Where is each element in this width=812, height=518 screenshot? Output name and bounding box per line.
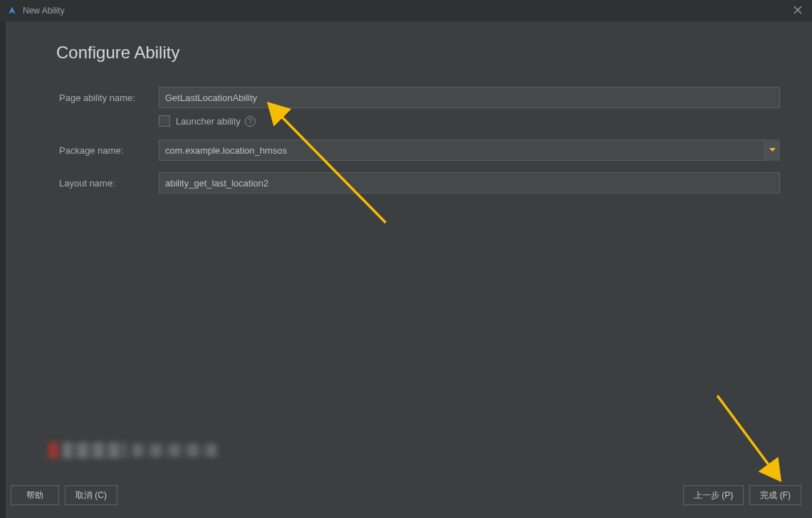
- finish-button[interactable]: 完成 (F): [749, 485, 801, 505]
- close-icon[interactable]: [791, 2, 805, 19]
- package-name-input[interactable]: [159, 139, 780, 161]
- left-edge-shadow: [0, 21, 6, 518]
- label-package-name: Package name:: [59, 145, 159, 156]
- window-title: New Ability: [23, 6, 65, 16]
- footer: 帮助 取消 (C) 上一步 (P) 完成 (F): [11, 482, 801, 508]
- layout-name-input[interactable]: [159, 172, 780, 194]
- label-launcher-ability: Launcher ability: [176, 116, 241, 127]
- package-name-select[interactable]: [159, 139, 780, 161]
- blurred-region: [48, 438, 226, 462]
- page-ability-name-input[interactable]: [159, 87, 780, 108]
- row-page-ability-name: Page ability name:: [59, 87, 780, 108]
- dialog-body: Configure Ability Page ability name: Lau…: [11, 21, 801, 475]
- help-icon[interactable]: ?: [245, 116, 255, 127]
- page-title: Configure Ability: [56, 43, 780, 63]
- cancel-button[interactable]: 取消 (C): [65, 485, 117, 505]
- label-page-ability-name: Page ability name:: [59, 92, 159, 103]
- app-logo-icon: [7, 6, 17, 16]
- row-layout-name: Layout name:: [59, 172, 780, 194]
- help-button[interactable]: 帮助: [11, 485, 59, 505]
- launcher-ability-checkbox[interactable]: [159, 115, 170, 127]
- row-package-name: Package name:: [59, 139, 780, 161]
- label-layout-name: Layout name:: [59, 178, 159, 189]
- row-launcher-ability: Launcher ability ?: [159, 115, 780, 127]
- previous-button[interactable]: 上一步 (P): [683, 485, 744, 505]
- titlebar: New Ability: [0, 0, 812, 21]
